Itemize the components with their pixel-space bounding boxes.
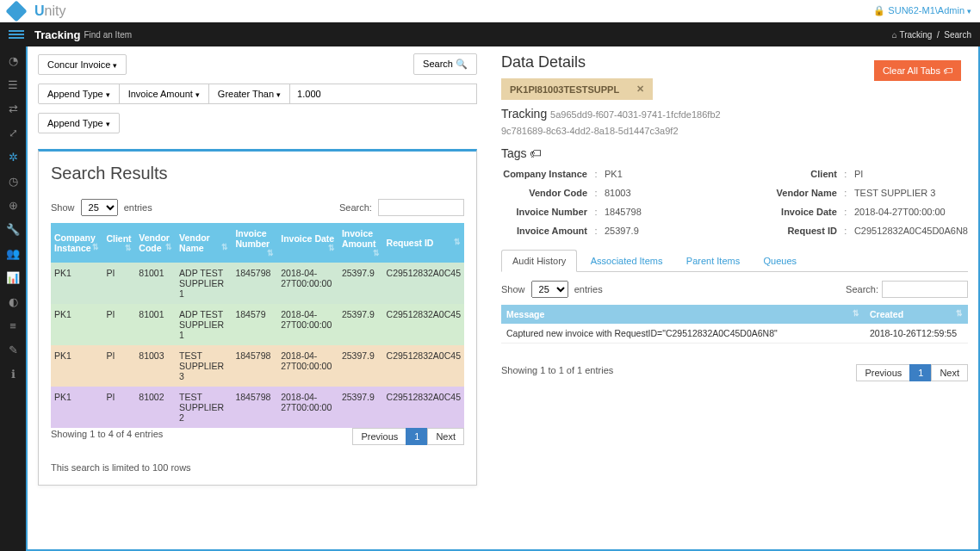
column-header[interactable]: Invoice Date⇅ [277, 223, 338, 263]
audit-pagination: Previous1Next [857, 364, 968, 381]
audit-next-button[interactable]: Next [931, 364, 968, 381]
sidebar: ◔ ☰ ⇄ ⤢ ✲ ◷ ⊕ 🔧 👥 📊 ◐ ≡ ✎ ℹ [0, 46, 26, 551]
audit-table: Message⇅Created⇅ Captured new invoice wi… [501, 305, 968, 344]
audit-page-size-select[interactable]: 25 [531, 281, 568, 298]
pagination: Previous1Next [353, 428, 464, 445]
column-header[interactable]: Request ID⇅ [383, 223, 464, 263]
tab-queues[interactable]: Queues [754, 251, 808, 271]
table-search-input[interactable] [378, 199, 464, 216]
tab-associated-items[interactable]: Associated Items [580, 251, 673, 271]
sidebar-swap-icon[interactable]: ⇄ [6, 102, 20, 115]
entries-info: Showing 1 to 4 of 4 entries [51, 429, 163, 439]
results-title: Search Results [51, 164, 464, 183]
detail-field: Invoice Date:2018-04-27T00:00:00 [751, 207, 968, 217]
audit-entries-info: Showing 1 to 1 of 1 entries [501, 365, 613, 375]
source-dropdown[interactable]: Concur Invoice▾ [38, 54, 127, 75]
column-header[interactable]: Vendor Code⇅ [135, 223, 176, 263]
sidebar-globe-icon[interactable]: ⊕ [6, 198, 20, 212]
page-size-select[interactable]: 25 [81, 199, 118, 216]
table-search-control: Search: [339, 199, 464, 216]
table-row[interactable]: PK1PI81003TEST SUPPLIER 318457982018-04-… [51, 345, 464, 387]
detail-field: Client:PI [751, 169, 968, 179]
sidebar-list-icon[interactable]: ☰ [6, 77, 20, 91]
tags-icon: 🏷 [943, 65, 952, 76]
limit-note: This search is limited to 100 rows [51, 462, 464, 473]
sidebar-users-icon[interactable]: ✲ [6, 150, 20, 164]
prev-page-button[interactable]: Previous [352, 428, 406, 445]
audit-column-header[interactable]: Created⇅ [865, 305, 968, 324]
chevron-down-icon: ▾ [967, 7, 971, 15]
column-header[interactable]: Vendor Name⇅ [176, 223, 232, 263]
sidebar-dashboard-icon[interactable]: ◔ [6, 53, 20, 67]
page-title: Tracking [34, 28, 80, 41]
tracking-uuid-2: 9c781689-8c63-4dd2-8a18-5d1447c3a9f2 [501, 126, 968, 136]
tracking-label: Tracking 5a965dd9-f607-4031-9741-1fcfde1… [501, 107, 968, 121]
sidebar-clock-icon[interactable]: ◷ [6, 174, 20, 188]
append-type-dropdown[interactable]: Append Type▾ [38, 84, 120, 104]
tags-label: Tags 🏷 [501, 146, 968, 160]
operator-dropdown[interactable]: Greater Than▾ [208, 84, 290, 104]
detail-fields: Company Instance:PK1Client:PIVendor Code… [501, 169, 968, 236]
table-row[interactable]: PK1PI81002TEST SUPPLIER 218457982018-04-… [51, 387, 464, 428]
topbar: Unity 🔒 SUN62-M1\Admin▾ [0, 0, 980, 22]
field-dropdown[interactable]: Invoice Amount▾ [119, 84, 209, 104]
sidebar-chart-icon[interactable]: 📊 [6, 270, 20, 284]
clear-all-tabs-button[interactable]: Clear All Tabs 🏷 [874, 60, 961, 81]
user-menu[interactable]: 🔒 SUN62-M1\Admin▾ [873, 5, 971, 16]
breadcrumb: ⌂ Tracking / Search [892, 30, 971, 40]
page-header: Tracking Find an Item ⌂ Tracking / Searc… [0, 22, 980, 46]
audit-search-input[interactable] [882, 281, 968, 298]
detail-field: Vendor Name:TEST SUPPLIER 3 [751, 188, 968, 198]
next-page-button[interactable]: Next [427, 428, 464, 445]
sidebar-wrench-icon[interactable]: 🔧 [6, 222, 20, 236]
detail-field: Company Instance:PK1 [501, 169, 716, 179]
tag-icon: 🏷 [530, 146, 542, 160]
sidebar-moon-icon[interactable]: ◐ [6, 294, 20, 308]
sidebar-pencil-icon[interactable]: ✎ [6, 343, 20, 356]
page-1-button[interactable]: 1 [406, 428, 428, 445]
column-header[interactable]: Client⇅ [102, 223, 135, 263]
audit-row[interactable]: Captured new invoice with RequestID="C29… [501, 324, 968, 344]
sidebar-crop-icon[interactable]: ⤢ [6, 126, 20, 139]
detail-field: Request ID:C29512832A0C45D0A6N8 [751, 226, 968, 236]
page-subtitle: Find an Item [84, 30, 132, 40]
filter-value-input[interactable] [289, 84, 477, 104]
column-header[interactable]: Invoice Number⇅ [232, 223, 277, 263]
search-results-panel: Search Results Show 25 entries Search: C… [38, 149, 477, 486]
sidebar-info-icon[interactable]: ℹ [6, 367, 20, 381]
table-row[interactable]: PK1PI81001ADP TEST SUPPLIER 118457982018… [51, 263, 464, 304]
home-icon: ⌂ [892, 30, 897, 40]
sidebar-db-icon[interactable]: ≡ [6, 319, 20, 332]
column-header[interactable]: Company Instance⇅ [51, 223, 102, 263]
audit-column-header[interactable]: Message⇅ [501, 305, 865, 324]
audit-page-1-button[interactable]: 1 [909, 364, 932, 381]
append-type-dropdown-2[interactable]: Append Type▾ [38, 113, 120, 133]
tab-audit-history[interactable]: Audit History [501, 250, 577, 272]
table-row[interactable]: PK1PI81001ADP TEST SUPPLIER 11845792018-… [51, 304, 464, 345]
user-lock-icon: 🔒 [873, 5, 885, 15]
column-header[interactable]: Invoice Amount⇅ [338, 223, 383, 263]
detail-field: Vendor Code:81003 [501, 188, 716, 198]
menu-toggle-icon[interactable] [9, 28, 24, 40]
page-size-control: Show 25 entries [51, 199, 152, 216]
detail-tab[interactable]: PK1PI81003TESTSUPPL ✕ [501, 78, 653, 100]
tracking-uuid: 5a965dd9-f607-4031-9741-1fcfde186fb2 [550, 109, 721, 120]
close-tab-icon[interactable]: ✕ [636, 84, 644, 95]
sidebar-group-icon[interactable]: 👥 [6, 246, 20, 260]
search-icon: 🔍 [456, 59, 468, 69]
logo-text: Unity [34, 3, 65, 19]
tab-parent-items[interactable]: Parent Items [676, 251, 750, 271]
logo-icon [5, 0, 27, 22]
detail-field: Invoice Amount:25397.9 [501, 226, 716, 236]
detail-field: Invoice Number:1845798 [501, 207, 716, 217]
search-button[interactable]: Search 🔍 [413, 53, 477, 75]
results-table: Company Instance⇅Client⇅Vendor Code⇅Vend… [51, 223, 464, 428]
detail-subtabs: Audit History Associated Items Parent It… [501, 250, 968, 272]
audit-prev-button[interactable]: Previous [856, 364, 910, 381]
